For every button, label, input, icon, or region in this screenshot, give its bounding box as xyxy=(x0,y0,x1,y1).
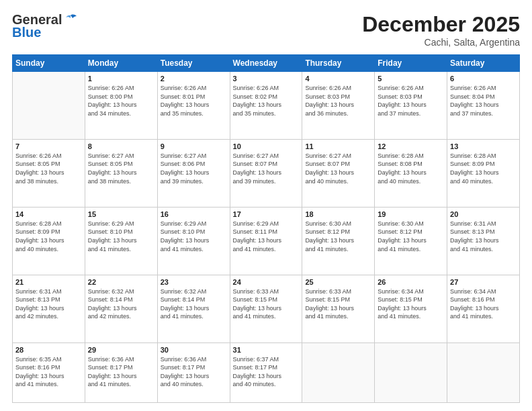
day-info: Sunrise: 6:32 AM Sunset: 8:14 PM Dayligh… xyxy=(88,287,154,321)
day-number: 7 xyxy=(15,142,82,150)
calendar-day-cell: 26Sunrise: 6:34 AM Sunset: 8:15 PM Dayli… xyxy=(375,275,447,342)
day-of-week-header: Monday xyxy=(85,55,157,72)
day-number: 12 xyxy=(378,142,444,150)
calendar-day-cell: 22Sunrise: 6:32 AM Sunset: 8:14 PM Dayli… xyxy=(85,275,157,342)
calendar-day-cell: 4Sunrise: 6:26 AM Sunset: 8:03 PM Daylig… xyxy=(302,72,375,140)
day-info: Sunrise: 6:27 AM Sunset: 8:05 PM Dayligh… xyxy=(88,152,154,185)
day-of-week-header: Wednesday xyxy=(230,55,302,72)
calendar-day-cell xyxy=(13,72,85,140)
day-number: 31 xyxy=(233,346,300,354)
day-number: 17 xyxy=(233,210,300,218)
day-number: 15 xyxy=(88,210,154,218)
day-info: Sunrise: 6:32 AM Sunset: 8:14 PM Dayligh… xyxy=(161,287,227,321)
calendar-day-cell: 8Sunrise: 6:27 AM Sunset: 8:05 PM Daylig… xyxy=(85,139,157,207)
day-info: Sunrise: 6:28 AM Sunset: 8:08 PM Dayligh… xyxy=(378,152,444,185)
calendar-day-cell: 28Sunrise: 6:35 AM Sunset: 8:16 PM Dayli… xyxy=(13,342,85,402)
day-info: Sunrise: 6:26 AM Sunset: 8:05 PM Dayligh… xyxy=(15,152,82,185)
day-number: 8 xyxy=(88,142,154,150)
calendar-day-cell xyxy=(375,342,447,402)
header: General Blue December 2025 Cachi, Salta,… xyxy=(12,12,520,48)
day-number: 18 xyxy=(305,210,371,218)
day-info: Sunrise: 6:28 AM Sunset: 8:09 PM Dayligh… xyxy=(450,152,517,185)
calendar-day-cell: 16Sunrise: 6:29 AM Sunset: 8:10 PM Dayli… xyxy=(157,207,230,275)
calendar-day-cell: 14Sunrise: 6:28 AM Sunset: 8:09 PM Dayli… xyxy=(13,207,85,275)
day-info: Sunrise: 6:26 AM Sunset: 8:04 PM Dayligh… xyxy=(450,84,517,118)
title-block: December 2025 Cachi, Salta, Argentina xyxy=(362,12,520,48)
day-info: Sunrise: 6:31 AM Sunset: 8:13 PM Dayligh… xyxy=(450,220,517,253)
calendar-day-cell: 25Sunrise: 6:33 AM Sunset: 8:15 PM Dayli… xyxy=(302,275,375,342)
day-number: 19 xyxy=(378,210,444,218)
calendar-day-cell: 30Sunrise: 6:36 AM Sunset: 8:17 PM Dayli… xyxy=(157,342,230,402)
calendar-day-cell: 5Sunrise: 6:26 AM Sunset: 8:03 PM Daylig… xyxy=(375,72,447,140)
calendar-header-row: SundayMondayTuesdayWednesdayThursdayFrid… xyxy=(13,55,520,72)
day-number: 25 xyxy=(305,278,371,286)
calendar-day-cell xyxy=(447,342,520,402)
day-info: Sunrise: 6:27 AM Sunset: 8:06 PM Dayligh… xyxy=(161,152,227,185)
day-of-week-header: Thursday xyxy=(302,55,375,72)
calendar-day-cell: 3Sunrise: 6:26 AM Sunset: 8:02 PM Daylig… xyxy=(230,72,302,140)
day-info: Sunrise: 6:29 AM Sunset: 8:10 PM Dayligh… xyxy=(88,220,154,253)
calendar-day-cell: 9Sunrise: 6:27 AM Sunset: 8:06 PM Daylig… xyxy=(157,139,230,207)
calendar-day-cell: 7Sunrise: 6:26 AM Sunset: 8:05 PM Daylig… xyxy=(13,139,85,207)
logo-blue: Blue xyxy=(12,25,41,40)
day-of-week-header: Sunday xyxy=(13,55,85,72)
calendar-day-cell: 19Sunrise: 6:30 AM Sunset: 8:12 PM Dayli… xyxy=(375,207,447,275)
day-number: 4 xyxy=(305,75,371,83)
day-number: 2 xyxy=(161,75,227,83)
day-info: Sunrise: 6:26 AM Sunset: 8:03 PM Dayligh… xyxy=(305,84,371,118)
day-info: Sunrise: 6:26 AM Sunset: 8:01 PM Dayligh… xyxy=(161,84,227,118)
calendar-day-cell: 21Sunrise: 6:31 AM Sunset: 8:13 PM Dayli… xyxy=(13,275,85,342)
day-number: 24 xyxy=(233,278,300,286)
calendar-day-cell: 23Sunrise: 6:32 AM Sunset: 8:14 PM Dayli… xyxy=(157,275,230,342)
day-info: Sunrise: 6:36 AM Sunset: 8:17 PM Dayligh… xyxy=(161,355,227,389)
day-number: 22 xyxy=(88,278,154,286)
day-info: Sunrise: 6:26 AM Sunset: 8:02 PM Dayligh… xyxy=(233,84,300,118)
day-info: Sunrise: 6:26 AM Sunset: 8:03 PM Dayligh… xyxy=(378,84,444,118)
page: General Blue December 2025 Cachi, Salta,… xyxy=(0,0,532,411)
day-info: Sunrise: 6:36 AM Sunset: 8:17 PM Dayligh… xyxy=(88,355,154,389)
calendar-day-cell: 27Sunrise: 6:34 AM Sunset: 8:16 PM Dayli… xyxy=(447,275,520,342)
day-number: 20 xyxy=(450,210,517,218)
day-of-week-header: Tuesday xyxy=(157,55,230,72)
day-info: Sunrise: 6:27 AM Sunset: 8:07 PM Dayligh… xyxy=(233,152,300,185)
day-number: 28 xyxy=(15,346,82,354)
day-info: Sunrise: 6:28 AM Sunset: 8:09 PM Dayligh… xyxy=(15,220,82,253)
calendar-day-cell: 24Sunrise: 6:33 AM Sunset: 8:15 PM Dayli… xyxy=(230,275,302,342)
calendar-week-row: 1Sunrise: 6:26 AM Sunset: 8:00 PM Daylig… xyxy=(13,72,520,140)
main-title: December 2025 xyxy=(362,12,520,37)
subtitle: Cachi, Salta, Argentina xyxy=(362,37,520,48)
day-number: 13 xyxy=(450,142,517,150)
calendar-day-cell: 31Sunrise: 6:37 AM Sunset: 8:17 PM Dayli… xyxy=(230,342,302,402)
day-number: 14 xyxy=(15,210,82,218)
calendar-day-cell: 6Sunrise: 6:26 AM Sunset: 8:04 PM Daylig… xyxy=(447,72,520,140)
calendar-week-row: 28Sunrise: 6:35 AM Sunset: 8:16 PM Dayli… xyxy=(13,342,520,402)
calendar-table: SundayMondayTuesdayWednesdayThursdayFrid… xyxy=(12,54,520,403)
calendar-day-cell: 13Sunrise: 6:28 AM Sunset: 8:09 PM Dayli… xyxy=(447,139,520,207)
calendar-day-cell: 17Sunrise: 6:29 AM Sunset: 8:11 PM Dayli… xyxy=(230,207,302,275)
logo-bird-icon xyxy=(63,13,78,27)
calendar-week-row: 7Sunrise: 6:26 AM Sunset: 8:05 PM Daylig… xyxy=(13,139,520,207)
day-number: 27 xyxy=(450,278,517,286)
day-number: 16 xyxy=(161,210,227,218)
day-info: Sunrise: 6:35 AM Sunset: 8:16 PM Dayligh… xyxy=(15,355,82,389)
day-info: Sunrise: 6:29 AM Sunset: 8:11 PM Dayligh… xyxy=(233,220,300,253)
day-number: 6 xyxy=(450,75,517,83)
day-info: Sunrise: 6:33 AM Sunset: 8:15 PM Dayligh… xyxy=(233,287,300,321)
day-number: 9 xyxy=(161,142,227,150)
day-number: 21 xyxy=(15,278,82,286)
calendar-day-cell: 10Sunrise: 6:27 AM Sunset: 8:07 PM Dayli… xyxy=(230,139,302,207)
calendar-day-cell: 12Sunrise: 6:28 AM Sunset: 8:08 PM Dayli… xyxy=(375,139,447,207)
day-number: 30 xyxy=(161,346,227,354)
day-info: Sunrise: 6:31 AM Sunset: 8:13 PM Dayligh… xyxy=(15,287,82,321)
calendar-week-row: 21Sunrise: 6:31 AM Sunset: 8:13 PM Dayli… xyxy=(13,275,520,342)
calendar-day-cell: 1Sunrise: 6:26 AM Sunset: 8:00 PM Daylig… xyxy=(85,72,157,140)
day-info: Sunrise: 6:33 AM Sunset: 8:15 PM Dayligh… xyxy=(305,287,371,321)
calendar-day-cell xyxy=(302,342,375,402)
day-number: 10 xyxy=(233,142,300,150)
day-info: Sunrise: 6:27 AM Sunset: 8:07 PM Dayligh… xyxy=(305,152,371,185)
day-info: Sunrise: 6:30 AM Sunset: 8:12 PM Dayligh… xyxy=(378,220,444,253)
day-info: Sunrise: 6:34 AM Sunset: 8:15 PM Dayligh… xyxy=(378,287,444,321)
calendar-day-cell: 18Sunrise: 6:30 AM Sunset: 8:12 PM Dayli… xyxy=(302,207,375,275)
day-number: 3 xyxy=(233,75,300,83)
calendar-day-cell: 11Sunrise: 6:27 AM Sunset: 8:07 PM Dayli… xyxy=(302,139,375,207)
